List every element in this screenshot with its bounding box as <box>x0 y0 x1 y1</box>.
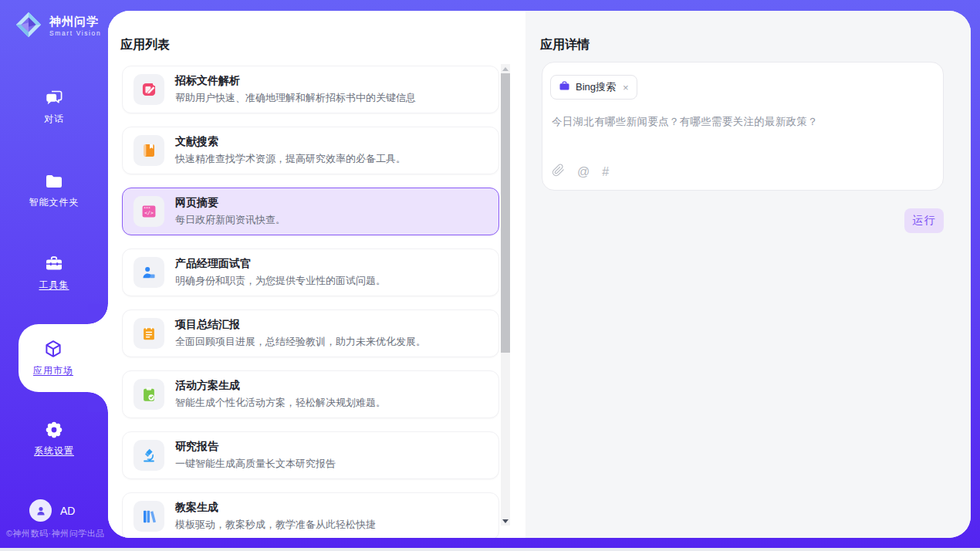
app-description: 智能生成个性化活动方案，轻松解决规划难题。 <box>175 396 386 410</box>
sidebar-item-label: 工具集 <box>39 279 69 292</box>
app-list: 招标文件解析 帮助用户快速、准确地理解和解析招标书中的关键信息 文献搜索 快速精… <box>122 66 499 538</box>
app-list-item[interactable]: 研究报告 一键智能生成高质量长文本研究报告 <box>122 431 499 479</box>
hash-icon[interactable]: # <box>602 165 609 179</box>
app-list-item[interactable]: 项目总结汇报 全面回顾项目进展，总结经验教训，助力未来优化发展。 <box>122 309 499 357</box>
app-description: 每日政府新闻资讯快查。 <box>175 213 286 227</box>
user-initials: AD <box>60 505 75 517</box>
svg-text:</>: </> <box>144 210 154 216</box>
sidebar-item-app-market[interactable]: 应用市场 <box>19 324 108 392</box>
app-list-item[interactable]: 文献搜索 快速精准查找学术资源，提高研究效率的必备工具。 <box>122 127 499 174</box>
query-toolbar: @ # <box>552 164 609 180</box>
copyright-text: ©神州数码·神州问学出品 <box>6 528 105 539</box>
app-description: 帮助用户快速、准确地理解和解析招标书中的关键信息 <box>175 91 416 105</box>
sidebar-item-smart-folders[interactable]: 智能文件夹 <box>0 167 108 213</box>
app-description: 全面回顾项目进展，总结经验教训，助力未来优化发展。 <box>175 335 426 349</box>
app-description: 明确身份和职责，为您提供专业性的面试问题。 <box>175 274 386 288</box>
app-list-item[interactable]: 产品经理面试官 明确身份和职责，为您提供专业性的面试问题。 <box>122 248 499 296</box>
app-title: 活动方案生成 <box>175 379 386 393</box>
app-title: 网页摘要 <box>175 196 286 210</box>
app-list-title: 应用列表 <box>120 37 170 53</box>
book-icon <box>133 135 164 166</box>
app-description: 一键智能生成高质量长文本研究报告 <box>175 457 336 471</box>
app-list-item[interactable]: 活动方案生成 智能生成个性化活动方案，轻松解决规划难题。 <box>122 370 499 418</box>
browser-code-icon: </> <box>133 196 164 227</box>
app-list-item[interactable]: 招标文件解析 帮助用户快速、准确地理解和解析招标书中的关键信息 <box>122 66 499 113</box>
briefcase-icon <box>559 80 570 95</box>
app-title: 教案生成 <box>175 501 376 515</box>
app-detail-panel: 应用详情 Bing搜索 × 今日湖北有哪些新闻要点？有哪些需要关注的最新政策？ <box>525 11 971 538</box>
toolbox-icon <box>43 253 65 275</box>
folder-icon <box>43 171 65 192</box>
concave-corner <box>88 304 108 324</box>
app-list-item[interactable]: </> 网页摘要 每日政府新闻资讯快查。 <box>122 188 499 235</box>
sidebar-item-label: 系统设置 <box>34 445 74 458</box>
avatar <box>29 499 52 522</box>
close-icon[interactable]: × <box>623 82 629 93</box>
user-account[interactable]: AD <box>29 499 75 522</box>
chat-icon <box>43 87 65 109</box>
document-edit-icon <box>133 74 164 105</box>
app-list-panel: 应用列表 招标文件解析 帮助用户快速、准确地理解和解析招标书中的关键信息 文献搜… <box>108 11 525 538</box>
scroll-up-icon[interactable] <box>501 64 510 73</box>
run-button[interactable]: 运行 <box>904 208 944 233</box>
app-title: 研究报告 <box>175 440 336 454</box>
app-description: 模板驱动，教案秒成，教学准备从此轻松快捷 <box>175 518 376 532</box>
app-title: 产品经理面试官 <box>175 257 386 271</box>
gear-icon <box>43 419 65 441</box>
sidebar-item-settings[interactable]: 系统设置 <box>0 415 108 461</box>
sidebar: 神州问学 Smart Vision 对话 智能文件夹 <box>0 0 108 551</box>
app-title: 项目总结汇报 <box>175 318 426 332</box>
books-icon <box>133 501 164 532</box>
microscope-icon <box>133 440 164 471</box>
tool-tag-bing[interactable]: Bing搜索 × <box>550 75 637 100</box>
attachment-icon[interactable] <box>552 164 565 180</box>
content-area: 应用列表 招标文件解析 帮助用户快速、准确地理解和解析招标书中的关键信息 文献搜… <box>108 11 971 538</box>
sidebar-item-label: 智能文件夹 <box>29 196 79 209</box>
app-title: 招标文件解析 <box>175 74 416 88</box>
scrollbar[interactable] <box>501 64 510 526</box>
clipboard-check-icon <box>133 379 164 410</box>
scrollbar-thumb[interactable] <box>501 73 510 353</box>
app-description: 快速精准查找学术资源，提高研究效率的必备工具。 <box>175 152 406 166</box>
interviewer-icon <box>133 257 164 288</box>
sidebar-item-toolset[interactable]: 工具集 <box>0 249 108 296</box>
app-list-item[interactable]: 教案生成 模板驱动，教案秒成，教学准备从此轻松快捷 <box>122 492 499 538</box>
query-input[interactable]: 今日湖北有哪些新闻要点？有哪些需要关注的最新政策？ <box>552 115 932 129</box>
sidebar-nav: 对话 智能文件夹 工具集 <box>0 0 108 551</box>
app-detail-title: 应用详情 <box>540 37 590 53</box>
bottom-strip <box>0 548 980 551</box>
notepad-icon <box>133 318 164 349</box>
tool-tag-label: Bing搜索 <box>576 80 616 94</box>
sidebar-item-label: 对话 <box>44 113 64 126</box>
mention-icon[interactable]: @ <box>577 165 590 179</box>
cube-icon <box>42 339 64 360</box>
sidebar-item-chat[interactable]: 对话 <box>0 83 108 130</box>
concave-corner <box>88 392 108 412</box>
app-title: 文献搜索 <box>175 135 406 149</box>
person-icon <box>34 504 48 518</box>
query-card: Bing搜索 × 今日湖北有哪些新闻要点？有哪些需要关注的最新政策？ @ # <box>542 62 944 191</box>
sidebar-item-label: 应用市场 <box>33 364 73 377</box>
scroll-down-icon[interactable] <box>501 516 510 526</box>
